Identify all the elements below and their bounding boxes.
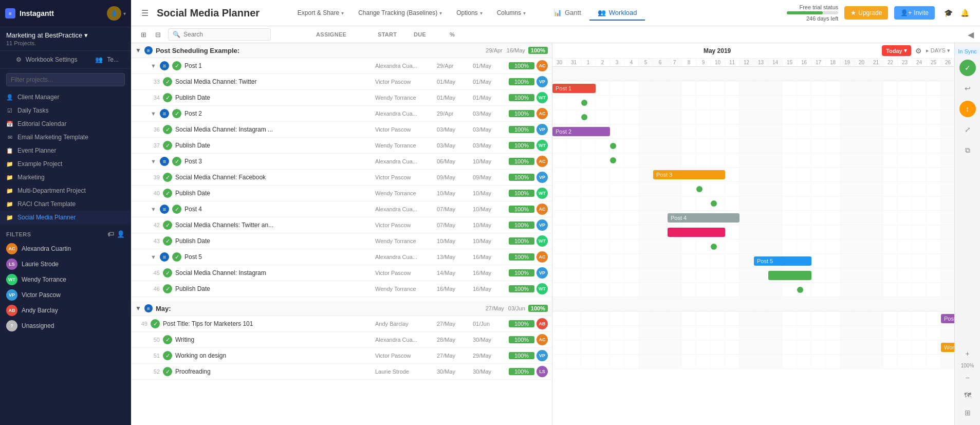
task-row-post5[interactable]: ▼ ≡ ✓ Post 5 Alexandra Cua... 13/May 16/… [131, 249, 552, 265]
sidebar-item-example[interactable]: 📁 Example Project [0, 157, 131, 171]
gantt-bar-container-8[interactable] [696, 184, 702, 194]
sort-btn[interactable]: ↕ [959, 101, 976, 117]
gantt-bar-container-12[interactable] [711, 242, 717, 252]
collapse-icon-post5[interactable]: ▼ [151, 254, 158, 260]
graduation-icon-btn[interactable]: 🎓 [941, 6, 955, 20]
hamburger-icon[interactable]: ☰ [139, 6, 151, 20]
sidebar-item-editorial[interactable]: 📅 Editorial Calendar [0, 117, 131, 131]
filter-user-alexandra[interactable]: AC Alexandra Cuartin [6, 241, 125, 256]
task-row-40[interactable]: 40 ✓ Publish Date Wendy Torrance 10/May … [131, 186, 552, 201]
gantt-bar-container-19[interactable]: Working on des [941, 342, 954, 353]
filter-user-wendy[interactable]: WT Wendy Torrance [6, 272, 125, 287]
bell-icon-btn[interactable]: 🔔 [957, 6, 972, 20]
back-btn[interactable]: ◀ [968, 30, 974, 40]
task-row-36[interactable]: 36 ✓ Social Media Channel: Instagram ...… [131, 122, 552, 138]
gantt-bar-container-1[interactable]: Post 1 [552, 83, 596, 94]
task-row-post1[interactable]: ▼ ≡ ✓ Post 1 Alexandra Cua... 29/Apr 01/… [131, 58, 552, 74]
sidebar-item-event[interactable]: 📋 Event Planner [0, 144, 131, 157]
team-btn[interactable]: 👥 Te... [89, 53, 125, 66]
user-avatar[interactable]: 👤 [107, 6, 121, 21]
search-input[interactable] [183, 31, 266, 38]
sidebar-item-social[interactable]: 📁 Social Media Planner [0, 211, 131, 224]
sync-btn[interactable]: ✓ [959, 60, 976, 76]
collapse-icon[interactable]: ▼ [151, 63, 158, 69]
gantt-bar-container-9[interactable] [711, 198, 717, 209]
collapse-icon-post2[interactable]: ▼ [151, 110, 158, 117]
gantt-bar-container-7[interactable]: Post 3 [653, 170, 725, 180]
sidebar-item-multi[interactable]: 📁 Multi-Department Project [0, 184, 131, 197]
filter-user-victor[interactable]: VP Victor Pascow [6, 287, 125, 303]
task-row-51[interactable]: 51 ✓ Working on design Victor Pascow 27/… [131, 348, 552, 364]
gantt-bar-container-15[interactable] [797, 285, 803, 295]
workload-tab[interactable]: 👥 Workload [589, 6, 645, 21]
zoom-out-btn[interactable]: − [959, 369, 976, 386]
task-row-34[interactable]: 34 ✓ Publish Date Wendy Torrance 01/May … [131, 90, 552, 106]
gantt-tab[interactable]: 📊 Gantt [545, 6, 589, 21]
task-row-49[interactable]: 49 ✓ Post Title: Tips for Marketers 101 … [131, 316, 552, 332]
task-check-post3: ≡ [160, 157, 169, 166]
filter-projects-input[interactable] [6, 73, 125, 86]
filter-tag-icon[interactable]: 🏷 [107, 230, 115, 238]
gantt-bar-container-13[interactable]: Post 5 [754, 256, 811, 266]
copy-btn[interactable]: ⧉ [959, 142, 976, 158]
group2-collapse-icon[interactable]: ▼ [135, 305, 141, 312]
change-tracking-btn[interactable]: Change Tracking (Baselines) ▾ [353, 7, 447, 19]
gantt-bar-container-17[interactable]: Post [941, 313, 954, 324]
upgrade-button[interactable]: ★ Upgrade [844, 6, 888, 20]
gantt-bar-container-6[interactable] [610, 155, 616, 165]
task-row-37[interactable]: 37 ✓ Publish Date Wendy Torrance 03/May … [131, 138, 552, 154]
filter-user-icon[interactable]: 👤 [117, 230, 125, 238]
workspace-name[interactable]: Marketing at BestPractice ▾ [6, 31, 125, 39]
columns-btn[interactable]: Columns ▾ [492, 7, 531, 19]
options-btn[interactable]: Options ▾ [451, 7, 487, 19]
undo-btn[interactable]: ↩ [959, 80, 976, 97]
today-button[interactable]: Today ▾ [882, 45, 911, 56]
gantt-day-23: 23 [898, 59, 912, 66]
task-row-42[interactable]: 42 ✓ Social Media Channels: Twitter an..… [131, 217, 552, 233]
table-btn[interactable]: ⊞ [959, 404, 976, 421]
filter-user-unassigned[interactable]: ? Unassigned [6, 318, 125, 334]
gantt-bar-container-2[interactable] [581, 98, 587, 108]
add-col-icon[interactable]: ⊟ [152, 28, 164, 41]
gantt-bar-container-10[interactable]: Post 4 [668, 213, 739, 223]
task-row-52[interactable]: 52 ✓ Proofreading Laurie Strode 30/May 3… [131, 364, 552, 380]
sidebar-item-marketing[interactable]: 📁 Marketing [0, 171, 131, 184]
task-row-post2[interactable]: ▼ ≡ ✓ Post 2 Alexandra Cua... 29/Apr 03/… [131, 106, 552, 122]
invite-button[interactable]: 👤+ Invite [894, 6, 935, 20]
task-row-45[interactable]: 45 ✓ Social Media Channel: Instagram Vic… [131, 265, 552, 281]
link-btn[interactable]: ⤢ [959, 121, 976, 138]
task-row-39[interactable]: 39 ✓ Social Media Channel: Facebook Vict… [131, 170, 552, 186]
task-name-50: Writing [175, 336, 375, 343]
collapse-icon-post4[interactable]: ▼ [151, 206, 158, 212]
task-row-post4[interactable]: ▼ ≡ ✓ Post 4 Alexandra Cua... 07/May 10/… [131, 201, 552, 217]
gantt-cell [941, 211, 954, 225]
map-btn[interactable]: 🗺 [959, 387, 976, 403]
gantt-cell [711, 311, 725, 325]
export-share-btn[interactable]: Export & Share ▾ [292, 7, 349, 19]
gantt-bar-container-11[interactable] [668, 227, 725, 237]
filter-user-andy[interactable]: AB Andy Barclay [6, 303, 125, 318]
gantt-bar-container-5[interactable] [610, 141, 616, 151]
filter-user-laurie[interactable]: LS Laurie Strode [6, 256, 125, 272]
task-row-33[interactable]: 33 ✓ Social Media Channel: Twitter Victo… [131, 74, 552, 90]
add-row-icon[interactable]: ⊞ [137, 28, 150, 41]
sidebar-item-client[interactable]: 👤 Client Manager [0, 90, 131, 104]
user-dot-alexandra: AC [6, 243, 17, 254]
task-row-50[interactable]: 50 ✓ Writing Alexandra Cua... 28/May 30/… [131, 332, 552, 348]
gantt-bar-container-4[interactable]: Post 2 [552, 126, 610, 137]
zoom-in-btn[interactable]: + [959, 345, 976, 362]
group1-collapse-icon[interactable]: ▼ [135, 47, 141, 54]
gantt-bar-container-3[interactable] [581, 112, 587, 122]
collapse-icon-post3[interactable]: ▼ [151, 158, 158, 164]
sidebar-item-daily[interactable]: ☑ Daily Tasks [0, 104, 131, 117]
gantt-settings-icon[interactable]: ⚙ [915, 47, 922, 55]
task-row-post3[interactable]: ▼ ≡ ✓ Post 3 Alexandra Cua... 06/May 10/… [131, 154, 552, 170]
workbook-settings-btn[interactable]: ⚙ Workbook Settings [6, 53, 87, 66]
gantt-bar-container-14[interactable] [768, 270, 811, 281]
sidebar-item-raci[interactable]: 📁 RACI Chart Template [0, 197, 131, 211]
task-row-46[interactable]: 46 ✓ Publish Date Wendy Torrance 16/May … [131, 281, 552, 297]
sidebar-item-email[interactable]: ✉ Email Marketing Template [0, 131, 131, 144]
sidebar-chevron-icon[interactable]: ▾ [123, 11, 126, 16]
task-row-43[interactable]: 43 ✓ Publish Date Wendy Torrance 10/May … [131, 233, 552, 249]
task-check-post2: ≡ [160, 109, 169, 118]
